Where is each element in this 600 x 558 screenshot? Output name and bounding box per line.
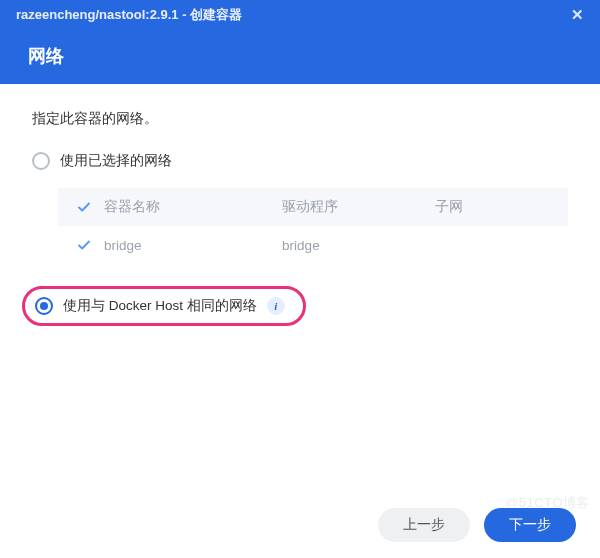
window-title: razeencheng/nastool:2.9.1 - 创建容器: [16, 6, 242, 24]
description-text: 指定此容器的网络。: [32, 110, 568, 128]
dialog-content: 指定此容器的网络。 使用已选择的网络 容器名称 驱动程序 子网 bridge b…: [0, 84, 600, 326]
close-icon[interactable]: ✕: [571, 6, 584, 24]
cell-driver: bridge: [282, 238, 435, 253]
info-icon[interactable]: i: [267, 297, 285, 315]
title-bar: razeencheng/nastool:2.9.1 - 创建容器 ✕: [0, 0, 600, 30]
col-subnet: 子网: [435, 198, 562, 216]
checkmark-icon: [64, 237, 104, 253]
prev-button[interactable]: 上一步: [378, 508, 470, 542]
radio-label: 使用已选择的网络: [60, 152, 172, 170]
col-driver: 驱动程序: [282, 198, 435, 216]
radio-selected-icon: [35, 297, 53, 315]
dialog-header: razeencheng/nastool:2.9.1 - 创建容器 ✕ 网络: [0, 0, 600, 84]
radio-option-host-network[interactable]: 使用与 Docker Host 相同的网络 i: [22, 286, 306, 326]
table-header: 容器名称 驱动程序 子网: [58, 188, 568, 226]
section-title: 网络: [0, 30, 600, 84]
radio-label: 使用与 Docker Host 相同的网络: [63, 297, 257, 315]
cell-name: bridge: [104, 238, 282, 253]
network-table: 容器名称 驱动程序 子网 bridge bridge: [58, 188, 568, 264]
radio-option-existing-network[interactable]: 使用已选择的网络: [32, 148, 568, 174]
checkmark-icon: [64, 199, 104, 215]
table-row[interactable]: bridge bridge: [58, 226, 568, 264]
radio-unselected-icon: [32, 152, 50, 170]
col-name: 容器名称: [104, 198, 282, 216]
dialog-footer: 上一步 下一步: [378, 508, 576, 542]
next-button[interactable]: 下一步: [484, 508, 576, 542]
